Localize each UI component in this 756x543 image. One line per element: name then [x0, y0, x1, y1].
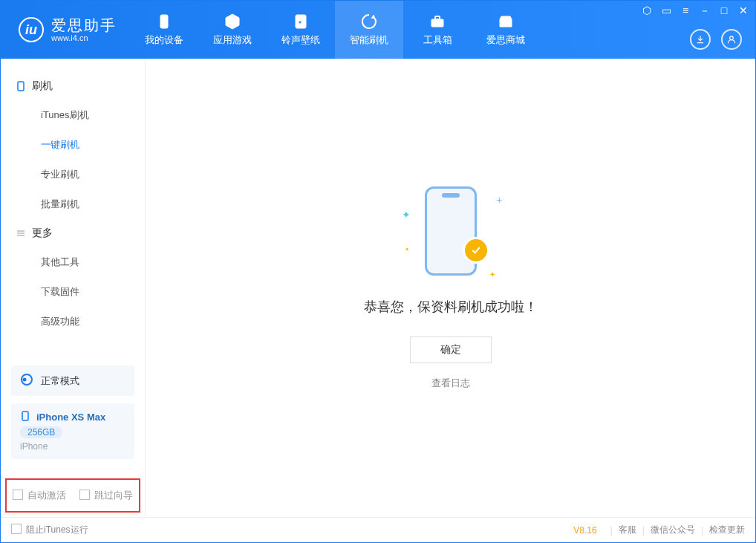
- svg-rect-5: [18, 82, 24, 91]
- nav-tab-label: 我的设备: [145, 33, 183, 47]
- sidebar-item-download-firmware[interactable]: 下载固件: [1, 277, 145, 307]
- mode-card[interactable]: 正常模式: [11, 365, 134, 396]
- svg-rect-8: [22, 412, 28, 420]
- main-panel: ✦ + ✦ • 恭喜您，保资料刷机成功啦！ 确定 查看日志: [146, 59, 755, 517]
- support-link[interactable]: 客服: [619, 524, 636, 536]
- device-phone-icon: [20, 411, 30, 423]
- svg-rect-2: [431, 19, 443, 27]
- sidebar: 刷机 iTunes刷机 一键刷机 专业刷机 批量刷机 更多 其他工具 下载固件 …: [1, 59, 146, 517]
- sidebar-item-other-tools[interactable]: 其他工具: [1, 247, 145, 277]
- check-badge-icon: [463, 237, 489, 264]
- user-icon[interactable]: [721, 29, 742, 50]
- nav-tab-label: 工具箱: [423, 33, 452, 47]
- sidebar-item-batch-flash[interactable]: 批量刷机: [1, 189, 145, 219]
- window-controls: ⬡ ▭ ≡ － □ ✕: [641, 5, 749, 16]
- app-window: iu 爱思助手 www.i4.cn 我的设备 应用游戏 铃声壁纸 智能刷机: [0, 0, 756, 543]
- sidebar-heading-label: 刷机: [32, 79, 53, 93]
- nav-tab-apps[interactable]: 应用游戏: [198, 1, 267, 59]
- svg-rect-0: [160, 15, 168, 28]
- store-icon: [497, 13, 515, 30]
- device-name: iPhone XS Max: [36, 412, 105, 423]
- nav-tab-label: 爱思商城: [486, 33, 525, 47]
- sparkle-icon: ✦: [489, 270, 495, 279]
- success-illustration: ✦ + ✦ •: [399, 186, 503, 283]
- music-file-icon: [292, 13, 310, 30]
- nav-tab-label: 应用游戏: [213, 33, 252, 47]
- device-card[interactable]: iPhone XS Max 256GB iPhone: [11, 403, 134, 459]
- block-itunes-checkbox[interactable]: 阻止iTunes运行: [11, 524, 88, 536]
- svg-rect-3: [435, 16, 440, 19]
- skip-guide-checkbox[interactable]: 跳过向导: [79, 489, 133, 502]
- toolbox-icon: [428, 13, 446, 30]
- refresh-shield-icon: [360, 13, 378, 30]
- sparkle-icon: ✦: [402, 209, 411, 221]
- sidebar-heading-label: 更多: [32, 227, 53, 240]
- sidebar-item-pro-flash[interactable]: 专业刷机: [1, 160, 145, 189]
- svg-point-7: [23, 378, 27, 382]
- device-small-icon: [16, 81, 26, 91]
- sidebar-heading-flash: 刷机: [1, 72, 145, 100]
- maximize-icon[interactable]: □: [718, 5, 730, 16]
- app-title: 爱思助手: [51, 17, 117, 33]
- nav-tab-store[interactable]: 爱思商城: [472, 1, 540, 59]
- phone-icon: [155, 13, 173, 30]
- shirt-icon[interactable]: ⬡: [641, 5, 653, 16]
- sparkle-icon: +: [496, 194, 502, 206]
- check-update-link[interactable]: 检查更新: [709, 524, 745, 536]
- device-capacity: 256GB: [20, 426, 62, 438]
- nav-tab-ringtones[interactable]: 铃声壁纸: [267, 1, 335, 59]
- app-subtitle: www.i4.cn: [51, 33, 117, 42]
- auto-activate-checkbox[interactable]: 自动激活: [13, 489, 66, 502]
- sidebar-item-advanced[interactable]: 高级功能: [1, 307, 145, 336]
- nav-tab-label: 智能刷机: [350, 33, 388, 47]
- nav-tab-toolbox[interactable]: 工具箱: [403, 1, 472, 59]
- skip-guide-label: 跳过向导: [94, 490, 133, 501]
- header-right-icons: [690, 29, 742, 50]
- device-type: iPhone: [20, 441, 48, 452]
- nav-tabs: 我的设备 应用游戏 铃声壁纸 智能刷机 工具箱 爱思商城: [130, 1, 540, 59]
- sidebar-item-oneclick-flash[interactable]: 一键刷机: [1, 130, 145, 160]
- options-row: 自动激活 跳过向导: [5, 478, 140, 513]
- logo-block: iu 爱思助手 www.i4.cn: [1, 17, 130, 42]
- minimize-icon[interactable]: －: [699, 5, 711, 16]
- svg-point-4: [730, 36, 734, 40]
- sparkle-icon: •: [406, 245, 409, 253]
- device-block: 正常模式 iPhone XS Max 256GB iPhone: [1, 358, 145, 474]
- sidebar-heading-more: 更多: [1, 219, 145, 247]
- close-icon[interactable]: ✕: [737, 5, 749, 16]
- download-icon[interactable]: [690, 29, 711, 50]
- nav-tab-label: 铃声壁纸: [281, 33, 320, 47]
- logo-icon: iu: [19, 17, 44, 42]
- nav-tab-flash[interactable]: 智能刷机: [335, 1, 403, 59]
- block-itunes-label: 阻止iTunes运行: [26, 524, 88, 535]
- success-message: 恭喜您，保资料刷机成功啦！: [364, 298, 538, 316]
- view-log-link[interactable]: 查看日志: [431, 377, 470, 390]
- sidebar-item-itunes-flash[interactable]: iTunes刷机: [1, 100, 145, 130]
- auto-activate-label: 自动激活: [27, 490, 66, 501]
- wechat-link[interactable]: 微信公众号: [651, 524, 695, 536]
- mode-icon: [20, 373, 33, 388]
- mode-label: 正常模式: [41, 374, 79, 388]
- version-label: V8.16: [573, 525, 596, 536]
- header: iu 爱思助手 www.i4.cn 我的设备 应用游戏 铃声壁纸 智能刷机: [1, 1, 755, 59]
- note-icon[interactable]: ▭: [660, 5, 672, 16]
- footer: 阻止iTunes运行 V8.16 | 客服 | 微信公众号 | 检查更新: [1, 517, 755, 542]
- body: 刷机 iTunes刷机 一键刷机 专业刷机 批量刷机 更多 其他工具 下载固件 …: [1, 59, 755, 517]
- more-icon: [16, 228, 26, 238]
- menu-icon[interactable]: ≡: [680, 5, 691, 16]
- nav-tab-device[interactable]: 我的设备: [130, 1, 198, 59]
- ok-button[interactable]: 确定: [410, 336, 492, 363]
- cube-icon: [224, 13, 241, 30]
